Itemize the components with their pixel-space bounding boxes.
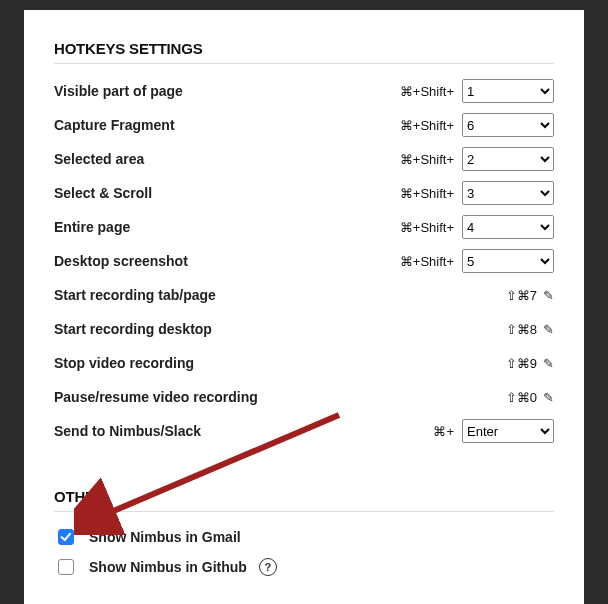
hotkey-prefix: ⌘+Shift+ <box>400 118 454 133</box>
hotkey-label: Send to Nimbus/Slack <box>54 423 433 439</box>
hotkey-combo: ⇧⌘9 <box>506 356 537 371</box>
checkbox-label: Show Nimbus in Gmail <box>89 529 241 545</box>
divider <box>54 63 554 64</box>
hotkey-label: Start recording desktop <box>54 321 506 337</box>
hotkey-row-desktop-screenshot: Desktop screenshot ⌘+Shift+ 5 <box>54 244 554 278</box>
hotkey-row-stop-video: Stop video recording ⇧⌘9 ✎ <box>54 346 554 380</box>
hotkey-row-select-scroll: Select & Scroll ⌘+Shift+ 3 <box>54 176 554 210</box>
hotkey-row-send-nimbus: Send to Nimbus/Slack ⌘+ Enter <box>54 414 554 448</box>
hotkey-prefix: ⌘+Shift+ <box>400 254 454 269</box>
help-icon[interactable]: ? <box>259 558 277 576</box>
hotkey-combo: ⇧⌘0 <box>506 390 537 405</box>
hotkey-select-capture-fragment[interactable]: 6 <box>462 113 554 137</box>
hotkey-prefix: ⌘+Shift+ <box>400 152 454 167</box>
hotkey-select-send[interactable]: Enter <box>462 419 554 443</box>
hotkey-row-selected-area: Selected area ⌘+Shift+ 2 <box>54 142 554 176</box>
hotkey-label: Select & Scroll <box>54 185 400 201</box>
hotkey-label: Stop video recording <box>54 355 506 371</box>
other-row-gmail: Show Nimbus in Gmail <box>54 522 554 552</box>
hotkey-prefix: ⌘+Shift+ <box>400 220 454 235</box>
hotkey-label: Visible part of page <box>54 83 400 99</box>
hotkey-label: Selected area <box>54 151 400 167</box>
hotkey-label: Start recording tab/page <box>54 287 506 303</box>
pencil-icon[interactable]: ✎ <box>543 356 554 371</box>
hotkey-select-select-scroll[interactable]: 3 <box>462 181 554 205</box>
hotkey-label: Capture Fragment <box>54 117 400 133</box>
hotkey-row-visible-part: Visible part of page ⌘+Shift+ 1 <box>54 74 554 108</box>
hotkey-select-desktop-screenshot[interactable]: 5 <box>462 249 554 273</box>
hotkey-select-entire-page[interactable]: 4 <box>462 215 554 239</box>
hotkey-row-capture-fragment: Capture Fragment ⌘+Shift+ 6 <box>54 108 554 142</box>
hotkey-row-start-tab: Start recording tab/page ⇧⌘7 ✎ <box>54 278 554 312</box>
other-section-title: OTHER <box>54 488 554 505</box>
hotkey-row-start-desktop: Start recording desktop ⇧⌘8 ✎ <box>54 312 554 346</box>
hotkey-row-pause-resume: Pause/resume video recording ⇧⌘0 ✎ <box>54 380 554 414</box>
hotkey-label: Pause/resume video recording <box>54 389 506 405</box>
hotkey-select-selected-area[interactable]: 2 <box>462 147 554 171</box>
hotkey-label: Entire page <box>54 219 400 235</box>
hotkey-combo: ⇧⌘7 <box>506 288 537 303</box>
hotkey-prefix: ⌘+Shift+ <box>400 186 454 201</box>
hotkey-combo: ⇧⌘8 <box>506 322 537 337</box>
pencil-icon[interactable]: ✎ <box>543 390 554 405</box>
hotkeys-section-title: HOTKEYS SETTINGS <box>54 40 554 57</box>
checkbox-gmail[interactable] <box>58 529 74 545</box>
hotkey-label: Desktop screenshot <box>54 253 400 269</box>
checkbox-label: Show Nimbus in Github <box>89 559 247 575</box>
divider <box>54 511 554 512</box>
hotkey-prefix: ⌘+Shift+ <box>400 84 454 99</box>
other-row-github: Show Nimbus in Github ? <box>54 552 554 582</box>
pencil-icon[interactable]: ✎ <box>543 322 554 337</box>
hotkey-prefix: ⌘+ <box>433 424 454 439</box>
pencil-icon[interactable]: ✎ <box>543 288 554 303</box>
hotkey-select-visible-part[interactable]: 1 <box>462 79 554 103</box>
hotkey-row-entire-page: Entire page ⌘+Shift+ 4 <box>54 210 554 244</box>
checkbox-github[interactable] <box>58 559 74 575</box>
